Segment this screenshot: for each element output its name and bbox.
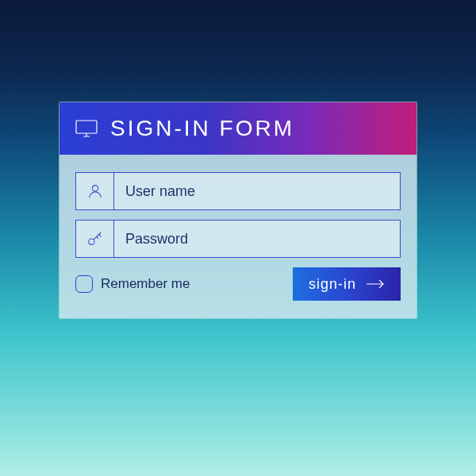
arrow-right-icon bbox=[366, 279, 385, 289]
signin-button-label: sign-in bbox=[309, 276, 356, 293]
username-field[interactable] bbox=[75, 172, 401, 210]
card-header: SIGN-IN FORM bbox=[60, 102, 416, 155]
signin-card: SIGN-IN FORM bbox=[59, 102, 417, 319]
signin-button[interactable]: sign-in bbox=[293, 267, 401, 301]
user-icon bbox=[76, 173, 114, 209]
password-input[interactable] bbox=[114, 221, 400, 257]
key-icon bbox=[76, 221, 114, 257]
svg-rect-0 bbox=[76, 121, 97, 133]
remember-me[interactable]: Remember me bbox=[75, 275, 190, 293]
remember-checkbox[interactable] bbox=[75, 275, 93, 293]
monitor-icon bbox=[75, 120, 98, 137]
form-footer: Remember me sign-in bbox=[75, 267, 401, 301]
svg-line-6 bbox=[98, 235, 101, 237]
svg-line-7 bbox=[96, 236, 98, 238]
svg-point-3 bbox=[92, 186, 98, 191]
form-body: Remember me sign-in bbox=[60, 155, 416, 318]
password-field[interactable] bbox=[75, 220, 401, 258]
remember-label: Remember me bbox=[101, 276, 190, 292]
svg-point-4 bbox=[88, 239, 94, 244]
card-title: SIGN-IN FORM bbox=[110, 116, 294, 141]
username-input[interactable] bbox=[114, 173, 400, 209]
